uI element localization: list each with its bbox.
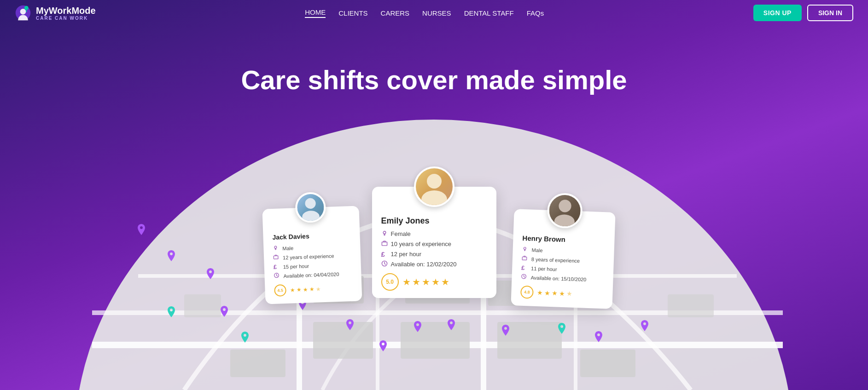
emily-stars: ★ ★ ★ ★ ★ <box>402 276 449 287</box>
henry-stars: ★ ★ ★ ★ ★ <box>537 289 573 298</box>
map-pin-1 <box>136 224 147 240</box>
jack-rate: 15 per hour <box>283 263 309 270</box>
logo-text: MyWorkMode CARE CAN WORK <box>36 6 96 21</box>
henry-experience: 8 years of experience <box>531 256 580 264</box>
nav-dental-staff[interactable]: DENTAL STAFF <box>464 9 514 17</box>
emily-rate-icon: £ <box>381 250 388 258</box>
henry-exp-icon <box>521 255 528 262</box>
map-pin-2 <box>166 250 177 266</box>
emily-available: Available on: 12/02/2020 <box>391 261 457 268</box>
emily-star-3: ★ <box>422 276 430 287</box>
henry-star-1: ★ <box>537 289 543 296</box>
emily-avail-icon <box>381 260 388 268</box>
logo-sub-text: CARE CAN WORK <box>36 16 96 21</box>
henry-gender: Male <box>531 247 542 253</box>
signup-button[interactable]: SIGN UP <box>753 5 802 21</box>
jack-exp-icon <box>273 254 280 261</box>
nav-links: HOME CLIENTS CARERS NURSES DENTAL STAFF … <box>305 8 544 18</box>
nav-clients[interactable]: CLIENTS <box>338 9 367 17</box>
emily-rate: 12 per hour <box>391 251 422 258</box>
henry-gender-row: Male <box>522 246 605 256</box>
henry-rate: 11 per hour <box>531 265 557 272</box>
svg-rect-40 <box>522 257 527 260</box>
nav-buttons: SIGN UP SIGN IN <box>753 5 853 21</box>
jack-star-4: ★ <box>309 286 314 292</box>
svg-point-30 <box>383 231 386 234</box>
card-henry: Henry Brown Male 8 years of experience £… <box>511 209 615 309</box>
jack-exp-row: 12 years of experience <box>273 252 351 261</box>
emily-rating-row: 5.0 ★ ★ ★ ★ ★ <box>381 273 487 291</box>
emily-avail-row: Available on: 12/02/2020 <box>381 260 487 268</box>
card-emily: Emily Jones Female 10 years of experienc… <box>372 187 496 298</box>
jack-star-5: ★ <box>315 286 320 292</box>
jack-gender: Male <box>282 245 293 251</box>
svg-point-37 <box>524 247 526 249</box>
emily-gender-icon <box>381 230 388 238</box>
henry-star-3: ★ <box>552 289 558 297</box>
henry-rate-icon: £ <box>521 264 528 271</box>
henry-gender-icon <box>522 246 529 253</box>
emily-experience: 10 years of experience <box>391 241 452 247</box>
svg-point-2 <box>24 6 29 10</box>
jack-star-3: ★ <box>303 286 308 292</box>
card-jack: Jack Davies Male 12 years of experience … <box>262 206 362 304</box>
henry-star-5: ★ <box>566 290 573 297</box>
nav-nurses[interactable]: NURSES <box>422 9 451 17</box>
jack-rate-icon: £ <box>273 263 280 270</box>
hero-title: Care shifts cover made simple <box>241 64 627 95</box>
hero-section: MyWorkMode CARE CAN WORK HOME CLIENTS CA… <box>0 0 868 390</box>
henry-exp-row: 8 years of experience <box>521 255 604 265</box>
nav-home[interactable]: HOME <box>305 8 326 18</box>
nav-carers[interactable]: CARERS <box>381 9 410 17</box>
henry-avail-row: Available on: 15/10/2020 <box>521 274 604 283</box>
logo-main-text: MyWorkMode <box>36 6 96 16</box>
henry-name: Henry Brown <box>522 234 605 245</box>
jack-name: Jack Davies <box>272 231 350 241</box>
logo-icon <box>15 5 31 21</box>
jack-rating-badge: 4.5 <box>274 284 286 297</box>
svg-point-23 <box>274 246 276 248</box>
emily-star-5: ★ <box>441 276 449 287</box>
emily-star-1: ★ <box>402 276 411 287</box>
avatar-emily <box>414 166 454 207</box>
emily-exp-icon <box>381 240 388 248</box>
logo[interactable]: MyWorkMode CARE CAN WORK <box>15 5 96 21</box>
jack-star-1: ★ <box>290 287 295 293</box>
jack-rate-row: £ 15 per hour <box>273 261 351 270</box>
svg-point-22 <box>302 211 320 223</box>
svg-point-36 <box>554 214 575 229</box>
svg-point-35 <box>558 200 571 212</box>
navbar: MyWorkMode CARE CAN WORK HOME CLIENTS CA… <box>0 0 868 26</box>
emily-star-2: ★ <box>412 276 420 287</box>
henry-star-4: ★ <box>559 290 565 297</box>
signin-button[interactable]: SIGN IN <box>807 5 853 21</box>
henry-rate-row: £ 11 per hour <box>521 264 604 274</box>
jack-avail-row: Available on: 04/04/2020 <box>274 270 352 280</box>
henry-avail-icon <box>521 274 528 281</box>
svg-point-1 <box>20 9 26 15</box>
emily-gender-row: Female <box>381 230 487 238</box>
emily-star-4: ★ <box>431 276 440 287</box>
svg-rect-26 <box>274 256 278 259</box>
henry-star-2: ★ <box>544 289 551 297</box>
map-pin-teal-1 <box>166 306 177 322</box>
svg-rect-33 <box>382 242 387 246</box>
emily-rating-badge: 5.0 <box>381 273 399 291</box>
jack-experience: 12 years of experience <box>282 253 334 260</box>
nav-faqs[interactable]: FAQs <box>527 9 544 17</box>
jack-available: Available on: 04/04/2020 <box>283 271 339 278</box>
jack-card-content: Jack Davies Male 12 years of experience … <box>272 231 353 297</box>
henry-rating-badge: 4.8 <box>520 286 533 299</box>
henry-card-content: Henry Brown Male 8 years of experience £… <box>520 234 605 301</box>
jack-stars: ★ ★ ★ ★ ★ <box>290 286 320 293</box>
cards-container: Jack Davies Male 12 years of experience … <box>181 178 687 362</box>
jack-rating-row: 4.5 ★ ★ ★ ★ ★ <box>274 282 353 297</box>
emily-gender: Female <box>391 230 411 237</box>
jack-gender-icon <box>273 245 280 252</box>
svg-point-21 <box>305 198 316 209</box>
jack-avail-icon <box>274 272 280 279</box>
jack-gender-row: Male <box>273 242 351 252</box>
emily-name: Emily Jones <box>381 216 487 226</box>
henry-available: Available on: 15/10/2020 <box>530 275 586 282</box>
svg-point-28 <box>427 174 442 189</box>
